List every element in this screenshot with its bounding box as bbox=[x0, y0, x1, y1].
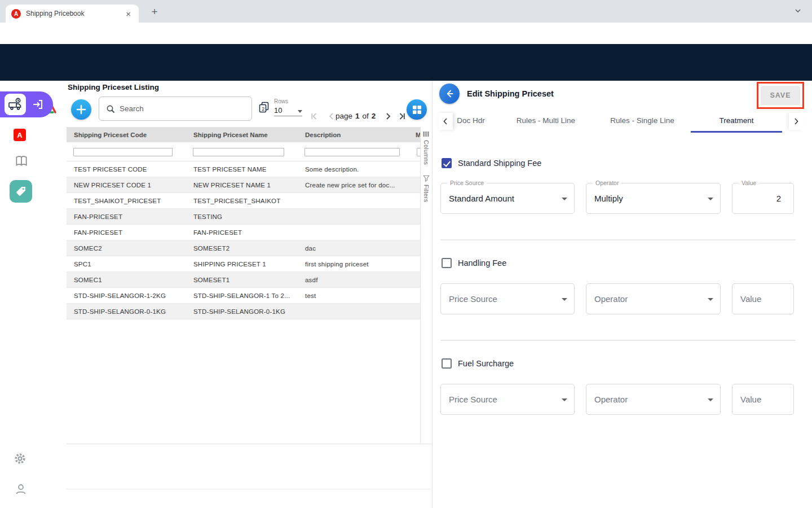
browser-tab[interactable]: A Shipping Pricebook × bbox=[6, 5, 139, 23]
section-standard-shipping-fee: Standard Shipping Fee bbox=[442, 158, 541, 168]
table-body: TEST PRICESET CODE TEST PRICESET NAME So… bbox=[67, 161, 420, 319]
tab-close-icon[interactable]: × bbox=[123, 8, 133, 19]
tab-rules-multi-line[interactable]: Rules - Multi Line bbox=[498, 110, 594, 133]
rows-label: Rows bbox=[274, 98, 303, 104]
rows-per-page-control: Rows 10 bbox=[274, 98, 303, 116]
cell-code: FAN-PRICESET bbox=[67, 229, 186, 236]
tabs-scroll-left-button[interactable] bbox=[438, 113, 453, 130]
table-row[interactable]: SOMEC2 SOMESET2 dac bbox=[67, 240, 420, 256]
tab-search-chevron-icon[interactable] bbox=[794, 7, 802, 17]
cell-desc: Create new price set for doc... bbox=[298, 182, 413, 189]
exit-applet-icon[interactable] bbox=[31, 98, 45, 111]
cell-name: SOMESET1 bbox=[186, 277, 298, 283]
field-placeholder: Price Source bbox=[449, 284, 497, 314]
value-input[interactable]: Value bbox=[732, 384, 794, 415]
save-button[interactable]: SAVE bbox=[761, 86, 800, 105]
chevron-down-icon bbox=[562, 298, 567, 301]
price-source-select[interactable]: Price Source bbox=[440, 283, 575, 314]
sidebar-item-pricebook-tag-icon[interactable] bbox=[10, 180, 32, 203]
shipping-applet-icon[interactable] bbox=[5, 94, 26, 115]
tab-favicon: A bbox=[11, 9, 21, 19]
rows-per-page-select[interactable]: 10 bbox=[274, 106, 302, 116]
tabs-scroll-right-button[interactable] bbox=[789, 113, 804, 130]
svg-text:2: 2 bbox=[262, 106, 264, 112]
new-tab-button[interactable]: + bbox=[148, 5, 161, 19]
grid-view-button[interactable] bbox=[407, 99, 427, 120]
filter-funnel-icon[interactable] bbox=[423, 175, 430, 182]
column-header-description[interactable]: Description bbox=[298, 132, 413, 138]
save-highlight-annotation: SAVE bbox=[757, 82, 804, 109]
tab-rules-single-line[interactable]: Rules - Single Line bbox=[594, 110, 691, 133]
columns-icon[interactable] bbox=[423, 131, 429, 137]
search-box[interactable] bbox=[99, 97, 252, 121]
handling-fee-checkbox[interactable] bbox=[442, 258, 452, 268]
standard-shipping-fee-checkbox[interactable] bbox=[442, 158, 452, 168]
filter-input-code[interactable] bbox=[73, 148, 173, 156]
table-row[interactable]: SPC1 SHIPPING PRICESET 1 first shipping … bbox=[67, 256, 420, 272]
price-source-select[interactable]: Price Source bbox=[440, 384, 575, 415]
copy-pages-icon[interactable]: 2 bbox=[258, 101, 270, 115]
column-header-more[interactable]: M... bbox=[413, 132, 420, 138]
first-page-button[interactable] bbox=[308, 110, 321, 123]
browser-tabstrip: A Shipping Pricebook × + bbox=[0, 0, 812, 23]
cell-name: STD-SHIP-SELANGOR-1 To 2... bbox=[186, 292, 298, 299]
table-row[interactable]: FAN-PRICESET FAN-PRICESET bbox=[67, 225, 420, 240]
field-value: Multiply bbox=[594, 183, 623, 213]
cell-name: TESTING bbox=[186, 213, 298, 220]
column-header-code[interactable]: Shipping Priceset Code bbox=[67, 132, 186, 138]
price-source-select[interactable]: Price Source Standard Amount bbox=[440, 183, 575, 214]
operator-select[interactable]: Operator bbox=[586, 384, 721, 415]
sidebar-active-applet-pill[interactable] bbox=[0, 91, 53, 117]
section-label: Standard Shipping Fee bbox=[458, 159, 541, 168]
cell-name: NEW PRICESET NAME 1 bbox=[186, 182, 298, 189]
cell-name: FAN-PRICESET bbox=[186, 229, 298, 236]
column-header-name[interactable]: Shipping Priceset Name bbox=[186, 132, 298, 138]
listing-title: Shipping Priceset Listing bbox=[68, 83, 159, 91]
field-value: 2 bbox=[776, 183, 781, 213]
table-filter-row bbox=[67, 142, 420, 161]
cell-code: TEST_SHAIKOT_PRICESET bbox=[67, 198, 186, 204]
cell-name: TEST_PRICESET_SHAIKOT bbox=[186, 198, 298, 204]
table-row[interactable]: NEW PRICESET CODE 1 NEW PRICESET NAME 1 … bbox=[67, 177, 420, 193]
page-word: page bbox=[336, 112, 352, 120]
tab-treatment[interactable]: Treatment bbox=[691, 110, 782, 133]
filters-tool[interactable]: Filters bbox=[423, 185, 430, 202]
back-button[interactable] bbox=[439, 84, 460, 104]
browser-navbar: ← → ↻ akaun.cloud/#/applets/tnt/wavelet/… bbox=[0, 23, 812, 44]
of-word: of bbox=[363, 112, 369, 120]
pagination-status: page 1 of 2 bbox=[336, 112, 376, 120]
chevron-down-icon bbox=[298, 110, 302, 115]
cell-code: FAN-PRICESET bbox=[67, 213, 186, 220]
profile-person-icon[interactable] bbox=[14, 483, 28, 496]
table-row[interactable]: STD-SHIP-SELANGOR-1-2KG STD-SHIP-SELANGO… bbox=[67, 288, 420, 304]
operator-select[interactable]: Operator Multiply bbox=[586, 183, 721, 214]
filter-input-name[interactable] bbox=[193, 148, 284, 156]
value-input[interactable]: Value bbox=[732, 283, 794, 314]
next-page-button[interactable] bbox=[381, 110, 395, 123]
cell-code: TEST PRICESET CODE bbox=[67, 166, 186, 173]
sidebar-item-docs-book-icon[interactable] bbox=[14, 155, 29, 168]
search-input[interactable] bbox=[120, 104, 245, 113]
sidebar-item-pdf-icon[interactable]: A bbox=[14, 129, 26, 141]
field-placeholder: Operator bbox=[594, 284, 628, 314]
chevron-down-icon bbox=[708, 398, 713, 401]
filter-input-description[interactable] bbox=[304, 148, 400, 156]
editor-tabs: Doc Hdr Rules - Multi Line Rules - Singl… bbox=[444, 110, 782, 133]
settings-gear-icon[interactable] bbox=[14, 452, 27, 465]
table-side-tools: Columns Filters bbox=[420, 127, 431, 444]
columns-tool[interactable]: Columns bbox=[423, 140, 430, 165]
table-row[interactable]: TEST PRICESET CODE TEST PRICESET NAME So… bbox=[67, 161, 420, 177]
page-current: 1 bbox=[355, 112, 360, 120]
value-input[interactable]: Value 2 bbox=[732, 183, 794, 214]
table-row[interactable]: SOMEC1 SOMESET1 asdf bbox=[67, 272, 420, 288]
add-priceset-button[interactable] bbox=[71, 99, 91, 120]
table-row[interactable]: TEST_SHAIKOT_PRICESET TEST_PRICESET_SHAI… bbox=[67, 193, 420, 209]
operator-select[interactable]: Operator bbox=[586, 283, 721, 314]
field-placeholder: Operator bbox=[594, 384, 628, 414]
section-label: Handling Fee bbox=[458, 259, 506, 268]
table-row[interactable]: STD-SHIP-SELANGOR-0-1KG STD-SHIP-SELANGO… bbox=[67, 304, 420, 319]
screen: A Shipping Pricebook × + ← → ↻ akaun.clo… bbox=[0, 0, 812, 508]
table-row[interactable]: FAN-PRICESET TESTING bbox=[67, 209, 420, 225]
fuel-surcharge-checkbox[interactable] bbox=[442, 358, 452, 369]
cell-desc: first shipping priceset bbox=[298, 261, 413, 268]
